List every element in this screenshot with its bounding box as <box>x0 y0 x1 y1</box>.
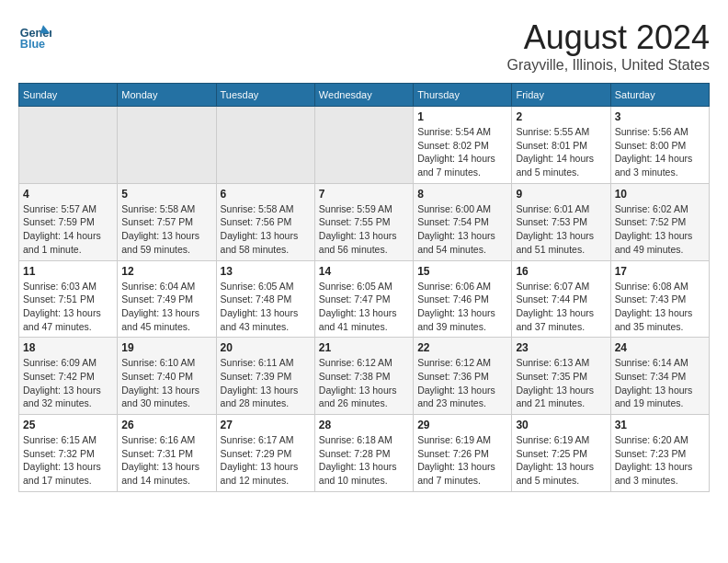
logo-icon: General Blue <box>18 18 51 52</box>
day-number: 23 <box>516 341 606 354</box>
calendar-table: SundayMondayTuesdayWednesdayThursdayFrid… <box>18 83 710 492</box>
day-info: Sunrise: 6:14 AM Sunset: 7:34 PM Dayligh… <box>615 356 705 410</box>
day-cell: 7Sunrise: 5:59 AM Sunset: 7:55 PM Daylig… <box>314 183 413 260</box>
day-cell: 4Sunrise: 5:57 AM Sunset: 7:59 PM Daylig… <box>19 183 118 260</box>
title-block: August 2024 Grayville, Illinois, United … <box>506 18 710 74</box>
day-cell: 12Sunrise: 6:04 AM Sunset: 7:49 PM Dayli… <box>118 260 216 338</box>
week-row-2: 4Sunrise: 5:57 AM Sunset: 7:59 PM Daylig… <box>19 183 710 260</box>
day-number: 18 <box>23 341 113 354</box>
day-number: 21 <box>319 341 409 354</box>
week-row-4: 18Sunrise: 6:09 AM Sunset: 7:42 PM Dayli… <box>19 338 710 415</box>
day-cell: 27Sunrise: 6:17 AM Sunset: 7:29 PM Dayli… <box>216 415 314 492</box>
day-number: 16 <box>516 265 606 278</box>
day-number: 3 <box>615 110 705 123</box>
day-info: Sunrise: 5:57 AM Sunset: 7:59 PM Dayligh… <box>23 202 113 257</box>
day-info: Sunrise: 6:12 AM Sunset: 7:36 PM Dayligh… <box>417 356 507 410</box>
day-cell: 25Sunrise: 6:15 AM Sunset: 7:32 PM Dayli… <box>19 415 118 492</box>
day-cell: 18Sunrise: 6:09 AM Sunset: 7:42 PM Dayli… <box>19 338 118 415</box>
week-row-1: 1Sunrise: 5:54 AM Sunset: 8:02 PM Daylig… <box>19 107 710 184</box>
day-info: Sunrise: 5:59 AM Sunset: 7:55 PM Dayligh… <box>319 202 409 257</box>
day-cell: 6Sunrise: 5:58 AM Sunset: 7:56 PM Daylig… <box>216 183 314 260</box>
column-header-tuesday: Tuesday <box>216 84 314 107</box>
day-info: Sunrise: 6:08 AM Sunset: 7:43 PM Dayligh… <box>615 280 705 334</box>
column-header-friday: Friday <box>512 84 610 107</box>
day-number: 17 <box>615 265 705 278</box>
day-number: 24 <box>615 341 705 354</box>
day-number: 15 <box>417 265 507 278</box>
day-info: Sunrise: 6:20 AM Sunset: 7:23 PM Dayligh… <box>615 433 705 488</box>
day-number: 12 <box>121 265 211 278</box>
day-cell: 19Sunrise: 6:10 AM Sunset: 7:40 PM Dayli… <box>118 338 216 415</box>
day-cell: 2Sunrise: 5:55 AM Sunset: 8:01 PM Daylig… <box>512 107 610 184</box>
day-info: Sunrise: 6:05 AM Sunset: 7:47 PM Dayligh… <box>319 280 409 334</box>
day-number: 31 <box>615 419 705 431</box>
day-info: Sunrise: 5:56 AM Sunset: 8:00 PM Dayligh… <box>615 125 705 179</box>
day-number: 30 <box>516 419 606 431</box>
day-cell: 29Sunrise: 6:19 AM Sunset: 7:26 PM Dayli… <box>414 415 512 492</box>
day-info: Sunrise: 6:17 AM Sunset: 7:29 PM Dayligh… <box>221 433 311 488</box>
day-number: 7 <box>319 188 409 201</box>
day-cell: 15Sunrise: 6:06 AM Sunset: 7:46 PM Dayli… <box>414 260 512 338</box>
day-info: Sunrise: 6:19 AM Sunset: 7:25 PM Dayligh… <box>516 433 606 488</box>
page-title: August 2024 <box>506 18 710 57</box>
day-info: Sunrise: 6:07 AM Sunset: 7:44 PM Dayligh… <box>516 280 606 334</box>
day-number: 13 <box>221 265 311 278</box>
day-cell: 31Sunrise: 6:20 AM Sunset: 7:23 PM Dayli… <box>610 415 709 492</box>
day-cell: 16Sunrise: 6:07 AM Sunset: 7:44 PM Dayli… <box>512 260 610 338</box>
page-subtitle: Grayville, Illinois, United States <box>506 57 710 74</box>
day-number: 29 <box>417 419 507 431</box>
day-cell: 11Sunrise: 6:03 AM Sunset: 7:51 PM Dayli… <box>19 260 118 338</box>
day-cell: 26Sunrise: 6:16 AM Sunset: 7:31 PM Dayli… <box>118 415 216 492</box>
column-header-thursday: Thursday <box>414 84 512 107</box>
column-header-sunday: Sunday <box>19 84 118 107</box>
day-info: Sunrise: 6:06 AM Sunset: 7:46 PM Dayligh… <box>417 280 507 334</box>
day-cell <box>216 107 314 184</box>
column-header-wednesday: Wednesday <box>314 84 413 107</box>
day-info: Sunrise: 6:10 AM Sunset: 7:40 PM Dayligh… <box>121 356 211 410</box>
day-info: Sunrise: 6:04 AM Sunset: 7:49 PM Dayligh… <box>121 280 211 334</box>
day-number: 26 <box>121 419 211 431</box>
day-cell: 21Sunrise: 6:12 AM Sunset: 7:38 PM Dayli… <box>314 338 413 415</box>
day-info: Sunrise: 5:58 AM Sunset: 7:57 PM Dayligh… <box>121 202 211 257</box>
day-info: Sunrise: 5:54 AM Sunset: 8:02 PM Dayligh… <box>417 125 507 179</box>
day-number: 5 <box>121 188 211 201</box>
day-number: 22 <box>417 341 507 354</box>
day-info: Sunrise: 6:19 AM Sunset: 7:26 PM Dayligh… <box>417 433 507 488</box>
day-info: Sunrise: 6:02 AM Sunset: 7:52 PM Dayligh… <box>615 202 705 257</box>
day-cell: 23Sunrise: 6:13 AM Sunset: 7:35 PM Dayli… <box>512 338 610 415</box>
day-number: 8 <box>417 188 507 201</box>
day-cell: 1Sunrise: 5:54 AM Sunset: 8:02 PM Daylig… <box>414 107 512 184</box>
day-cell: 14Sunrise: 6:05 AM Sunset: 7:47 PM Dayli… <box>314 260 413 338</box>
day-info: Sunrise: 5:58 AM Sunset: 7:56 PM Dayligh… <box>221 202 311 257</box>
day-number: 10 <box>615 188 705 201</box>
day-number: 27 <box>221 419 311 431</box>
week-row-5: 25Sunrise: 6:15 AM Sunset: 7:32 PM Dayli… <box>19 415 710 492</box>
day-cell: 20Sunrise: 6:11 AM Sunset: 7:39 PM Dayli… <box>216 338 314 415</box>
column-header-saturday: Saturday <box>610 84 709 107</box>
day-cell: 8Sunrise: 6:00 AM Sunset: 7:54 PM Daylig… <box>414 183 512 260</box>
day-info: Sunrise: 6:13 AM Sunset: 7:35 PM Dayligh… <box>516 356 606 410</box>
day-cell: 28Sunrise: 6:18 AM Sunset: 7:28 PM Dayli… <box>314 415 413 492</box>
day-cell: 17Sunrise: 6:08 AM Sunset: 7:43 PM Dayli… <box>610 260 709 338</box>
day-info: Sunrise: 6:12 AM Sunset: 7:38 PM Dayligh… <box>319 356 409 410</box>
day-cell <box>19 107 118 184</box>
day-number: 25 <box>23 419 113 431</box>
day-number: 9 <box>516 188 606 201</box>
day-cell: 22Sunrise: 6:12 AM Sunset: 7:36 PM Dayli… <box>414 338 512 415</box>
page-header: General Blue August 2024 Grayville, Illi… <box>18 18 710 74</box>
day-info: Sunrise: 6:15 AM Sunset: 7:32 PM Dayligh… <box>23 433 113 488</box>
day-cell <box>314 107 413 184</box>
day-number: 2 <box>516 110 606 123</box>
day-number: 1 <box>417 110 507 123</box>
day-info: Sunrise: 6:01 AM Sunset: 7:53 PM Dayligh… <box>516 202 606 257</box>
day-info: Sunrise: 6:18 AM Sunset: 7:28 PM Dayligh… <box>319 433 409 488</box>
day-info: Sunrise: 6:03 AM Sunset: 7:51 PM Dayligh… <box>23 280 113 334</box>
day-number: 19 <box>121 341 211 354</box>
day-info: Sunrise: 6:05 AM Sunset: 7:48 PM Dayligh… <box>221 280 311 334</box>
day-info: Sunrise: 6:00 AM Sunset: 7:54 PM Dayligh… <box>417 202 507 257</box>
logo: General Blue <box>18 18 51 52</box>
day-number: 14 <box>319 265 409 278</box>
column-header-monday: Monday <box>118 84 216 107</box>
day-number: 11 <box>23 265 113 278</box>
day-cell: 9Sunrise: 6:01 AM Sunset: 7:53 PM Daylig… <box>512 183 610 260</box>
